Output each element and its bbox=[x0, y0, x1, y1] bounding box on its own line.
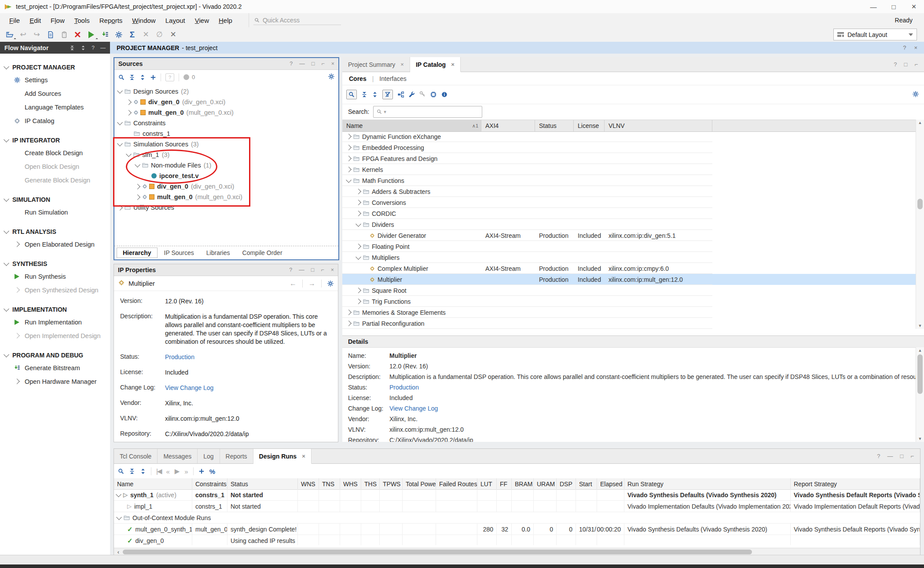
subtab-cores[interactable]: Cores bbox=[348, 74, 367, 83]
scroll-down-icon[interactable]: ▼ bbox=[916, 436, 924, 442]
catalog-row-math-functions[interactable]: Math Functions bbox=[342, 175, 916, 186]
column-header-axi4[interactable]: AXI4 bbox=[481, 120, 535, 131]
close-button[interactable]: × bbox=[904, 0, 924, 13]
chevron-right-icon[interactable] bbox=[126, 110, 132, 116]
tab-ip-sources[interactable]: IP Sources bbox=[158, 248, 200, 258]
back-arrow-icon[interactable]: ← bbox=[290, 280, 297, 288]
sidebar-item-add-sources[interactable]: Add Sources bbox=[0, 87, 110, 100]
tab-reports[interactable]: Reports bbox=[220, 449, 253, 463]
help-icon[interactable]: ? bbox=[894, 61, 897, 68]
tree-item-div-gen-0[interactable]: div_gen_0 (div_gen_0.xci) bbox=[114, 97, 338, 107]
menu-layout[interactable]: Layout bbox=[161, 15, 190, 26]
open-project-button[interactable] bbox=[3, 29, 16, 40]
runs-column-total-power[interactable]: Total Power bbox=[403, 478, 436, 489]
chevron-right-icon[interactable] bbox=[346, 156, 352, 161]
chevron-right-icon[interactable] bbox=[356, 189, 361, 194]
percent-icon[interactable]: % bbox=[209, 468, 215, 475]
chevron-right-icon[interactable] bbox=[346, 309, 352, 315]
catalog-row-kernels[interactable]: Kernels bbox=[342, 164, 916, 175]
add-sources-icon[interactable] bbox=[150, 74, 156, 80]
chevron-right-icon[interactable] bbox=[14, 333, 20, 339]
sidebar-item-run-synthesis[interactable]: Run Synthesis bbox=[0, 269, 110, 283]
chevron-right-icon[interactable] bbox=[346, 167, 352, 172]
flow-section-header-synthesis[interactable]: SYNTHESIS bbox=[0, 258, 110, 269]
property-value[interactable]: Production bbox=[165, 353, 330, 361]
step-forward-icon[interactable]: » bbox=[184, 468, 188, 475]
forward-arrow-icon[interactable]: → bbox=[308, 280, 315, 288]
catalog-row-complex-multiplier[interactable]: Complex MultiplierAXI4-StreamProductionI… bbox=[342, 263, 916, 274]
runs-row-mult_gen_0_synth_1[interactable]: ✓mult_gen_0_synth_1mult_gen_0synth_desig… bbox=[114, 524, 920, 535]
catalog-row-memories-storage-elements[interactable]: Memories & Storage Elements bbox=[342, 307, 916, 318]
menu-view[interactable]: View bbox=[190, 15, 214, 26]
catalog-row-square-root[interactable]: Square Root bbox=[342, 285, 916, 296]
sidebar-item-settings[interactable]: Settings bbox=[0, 73, 110, 87]
float-panel-icon[interactable]: ⌐ bbox=[910, 453, 914, 459]
tab-close-icon[interactable]: × bbox=[400, 61, 404, 68]
sum-report-button[interactable]: Σ bbox=[125, 29, 139, 40]
scroll-down-icon[interactable]: ▼ bbox=[916, 323, 924, 329]
catalog-row-fpga-features-and-design[interactable]: FPGA Features and Design bbox=[342, 153, 916, 164]
no-edit-button[interactable]: ∅ bbox=[153, 29, 166, 40]
catalog-row-floating-point[interactable]: Floating Point bbox=[342, 241, 916, 252]
maximize-panel-icon[interactable]: □ bbox=[312, 61, 315, 67]
help-icon[interactable]: ? bbox=[290, 61, 293, 67]
property-value[interactable]: Production bbox=[389, 384, 419, 391]
property-value[interactable]: View Change Log bbox=[389, 405, 438, 412]
abort-button[interactable]: ✕ bbox=[166, 29, 180, 40]
chevron-right-icon[interactable] bbox=[126, 99, 132, 105]
tree-item-constraints[interactable]: Constraints bbox=[114, 118, 338, 128]
expand-all-icon[interactable] bbox=[140, 468, 146, 474]
tree-item-mult-gen-0[interactable]: mult_gen_0 (mult_gen_0.xci) bbox=[114, 107, 338, 118]
flow-section-header-ip-integrator[interactable]: IP INTEGRATOR bbox=[0, 134, 110, 146]
runs-column-ths[interactable]: THS bbox=[361, 478, 380, 489]
property-value[interactable]: View Change Log bbox=[165, 384, 330, 392]
key-icon[interactable] bbox=[419, 91, 425, 97]
sidebar-item-open-block-design[interactable]: Open Block Design bbox=[0, 160, 110, 173]
step-back-icon[interactable]: « bbox=[166, 468, 169, 475]
flow-section-header-program-and-debug[interactable]: PROGRAM AND DEBUG bbox=[0, 349, 110, 361]
chevron-right-icon[interactable] bbox=[14, 379, 20, 384]
sidebar-item-generate-bitstream[interactable]: Generate Bitstream bbox=[0, 361, 110, 375]
runs-column-wns[interactable]: WNS bbox=[298, 478, 319, 489]
collapse-all-icon[interactable] bbox=[361, 91, 367, 98]
runs-group-out-of-context-module-runs[interactable]: Out-of-Context Module Runs bbox=[114, 512, 920, 524]
wrench-icon[interactable] bbox=[409, 91, 415, 98]
menu-edit[interactable]: Edit bbox=[25, 15, 46, 26]
catalog-vertical-scrollbar[interactable]: ▲ ▼ bbox=[916, 120, 924, 329]
chevron-down-icon[interactable] bbox=[4, 352, 9, 357]
quick-access-search[interactable]: Quick Access bbox=[249, 13, 345, 27]
scroll-up-icon[interactable]: ▲ bbox=[916, 347, 924, 353]
redo-button[interactable]: ↪ bbox=[30, 29, 44, 40]
chevron-right-icon[interactable] bbox=[14, 241, 20, 247]
catalog-row-partial-reconfiguration[interactable]: Partial Reconfiguration bbox=[342, 318, 916, 329]
scroll-left-icon[interactable]: ‹ bbox=[114, 549, 123, 555]
run-icon[interactable]: ▶ bbox=[175, 467, 180, 475]
sidebar-item-open-synthesized-design[interactable]: Open Synthesized Design bbox=[0, 283, 110, 297]
runs-column-report-strategy[interactable]: Report Strategy bbox=[791, 478, 920, 489]
sidebar-item-generate-block-design[interactable]: Generate Block Design bbox=[0, 173, 110, 187]
runs-column-constraints[interactable]: Constraints bbox=[192, 478, 227, 489]
maximize-panel-icon[interactable]: □ bbox=[311, 267, 315, 273]
catalog-row-dynamic-function-exchange[interactable]: Dynamic Function eXchange bbox=[342, 131, 916, 142]
menu-help[interactable]: Help bbox=[214, 15, 237, 26]
tab-ip-catalog[interactable]: IP Catalog× bbox=[410, 57, 461, 72]
tab-project-summary[interactable]: Project Summary× bbox=[342, 57, 410, 72]
catalog-row-embedded-processing[interactable]: Embedded Processing bbox=[342, 142, 916, 153]
gear-icon[interactable] bbox=[327, 280, 334, 287]
sidebar-item-run-simulation[interactable]: Run Simulation bbox=[0, 205, 110, 219]
catalog-row-dividers[interactable]: Dividers bbox=[342, 219, 916, 230]
info-icon[interactable] bbox=[441, 91, 447, 98]
chevron-down-icon[interactable] bbox=[4, 306, 9, 312]
runs-column-dsp[interactable]: DSP bbox=[557, 478, 576, 489]
gear-icon[interactable] bbox=[328, 73, 334, 80]
runs-column-name[interactable]: Name bbox=[114, 478, 192, 489]
chevron-right-icon[interactable] bbox=[346, 134, 352, 139]
scrollbar-thumb[interactable] bbox=[917, 199, 923, 209]
float-panel-icon[interactable]: ⌐ bbox=[914, 61, 918, 68]
minimize-panel-icon[interactable]: — bbox=[299, 267, 304, 273]
undo-button[interactable]: ↩ bbox=[16, 29, 30, 40]
tab-log[interactable]: Log bbox=[198, 449, 220, 463]
help-icon[interactable]: ? bbox=[92, 45, 95, 51]
menu-reports[interactable]: Reports bbox=[95, 15, 128, 26]
minimize-button[interactable]: — bbox=[863, 0, 884, 13]
